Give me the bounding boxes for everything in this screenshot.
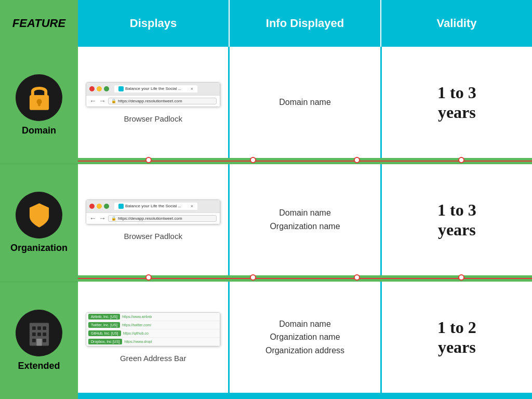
- building-icon: [25, 318, 54, 347]
- org-validity-text: 1 to 3years: [437, 200, 476, 240]
- ev-url-0: https://www.airbnb: [122, 315, 152, 318]
- extended-icon-circle: [16, 310, 62, 356]
- org-info-cell: Domain name Organization name: [230, 164, 381, 275]
- browser-titlebar-1: Balance your Life the Social ... ×: [86, 83, 220, 95]
- browser-addressbar-1: ← → 🔒 https://devapp.resolutiontweet.com: [86, 95, 220, 107]
- bottom-bar: [78, 393, 532, 399]
- yellow-dot-2: [97, 204, 102, 209]
- ev-url-1: https://twitter.com/: [122, 323, 151, 327]
- ev-greenbar-1: Twitter, Inc. [US]: [88, 322, 120, 328]
- domain-validity-cell: 1 to 3years: [382, 47, 532, 158]
- sidebar-item-domain: Domain: [0, 47, 78, 164]
- extended-label: Extended: [18, 361, 60, 371]
- divider-circles-2: [78, 277, 532, 281]
- red-dot: [89, 86, 95, 91]
- browser-tab-1: Balance your Life the Social ... ×: [114, 85, 197, 92]
- validity-header: Validity: [381, 0, 532, 47]
- sidebar: Domain Organization: [0, 47, 78, 399]
- extended-display-caption: Green Address Bar: [120, 354, 187, 363]
- padlock-icon: [25, 84, 54, 112]
- browser-tab-2: Balance your Life the Social ... ×: [114, 203, 197, 210]
- ev-greenbar-3: Dropbox, Inc [US]: [88, 339, 122, 344]
- ev-url-2: https://github.co: [123, 331, 149, 335]
- svg-rect-7: [32, 332, 35, 336]
- divider-circle-1b: [250, 157, 256, 163]
- sidebar-item-extended: Extended: [0, 282, 78, 399]
- ev-url-3: https://www.dropl: [124, 340, 152, 343]
- divider-circles-1: [78, 159, 532, 163]
- ev-browser-mockup: Airbnb, Inc. [US] https://www.airbnb Twi…: [86, 312, 220, 347]
- domain-browser-mockup: Balance your Life the Social ... × ← → 🔒…: [86, 82, 220, 107]
- org-display-caption: Browser Padlock: [124, 232, 182, 241]
- domain-label: Domain: [22, 125, 56, 136]
- domain-icon-circle: [16, 74, 62, 121]
- displays-header: Displays: [78, 0, 230, 47]
- organization-row: Balance your Life the Social ... × ← → 🔒…: [78, 164, 532, 275]
- org-browser-mockup: Balance your Life the Social ... × ← → 🔒…: [86, 200, 220, 224]
- browser-titlebar-2: Balance your Life the Social ... ×: [86, 200, 220, 212]
- sidebar-item-organization: Organization: [0, 164, 78, 282]
- divider-2: [78, 275, 532, 282]
- svg-rect-2: [37, 101, 40, 105]
- ev-row-3: Dropbox, Inc [US] https://www.dropl: [86, 338, 220, 346]
- browser-addressbar-2: ← → 🔒 https://devapp.resolutiontweet.com: [86, 212, 220, 224]
- organization-icon-circle: [16, 192, 62, 238]
- header-row: FEATURE Displays Info Displayed Validity: [0, 0, 532, 47]
- lock-icon-1: 🔒: [111, 99, 116, 103]
- info-displayed-header: Info Displayed: [230, 0, 381, 47]
- divider-circle-2d: [458, 274, 464, 281]
- ev-greenbar-0: Airbnb, Inc. [US]: [88, 314, 120, 320]
- svg-rect-11: [43, 339, 46, 342]
- divider-circle-2c: [354, 274, 360, 281]
- organization-label: Organization: [10, 243, 68, 254]
- org-displays-cell: Balance your Life the Social ... × ← → 🔒…: [78, 164, 230, 275]
- tab-text-1: Balance your Life the Social ...: [125, 86, 181, 91]
- domain-info-cell: Domain name: [230, 47, 381, 158]
- divider-circle-1d: [458, 157, 464, 163]
- shield-icon: [25, 201, 54, 230]
- red-dot-2: [89, 204, 95, 209]
- extended-displays-cell: Airbnb, Inc. [US] https://www.airbnb Twi…: [78, 282, 230, 393]
- header-cols: Displays Info Displayed Validity: [78, 0, 532, 47]
- extended-info-cell: Domain name Organization name Organizati…: [230, 282, 381, 393]
- domain-display-caption: Browser Padlock: [124, 114, 182, 123]
- tab-icon-1: [118, 86, 124, 91]
- svg-rect-10: [32, 339, 35, 342]
- divider-circle-2b: [250, 274, 256, 281]
- lock-icon-2: 🔒: [111, 216, 116, 221]
- extended-info-text: Domain name Organization name Organizati…: [265, 317, 344, 357]
- domain-info-text: Domain name: [279, 96, 331, 109]
- green-dot-btn: [104, 86, 109, 91]
- org-validity-cell: 1 to 3years: [382, 164, 532, 275]
- divider-circle-1c: [354, 157, 360, 163]
- tab-text-2: Balance your Life the Social ...: [125, 204, 181, 208]
- svg-rect-6: [43, 327, 46, 330]
- ev-row-0: Airbnb, Inc. [US] https://www.airbnb: [86, 313, 220, 321]
- ev-row-2: GitHub, Inc. [US] https://github.co: [86, 329, 220, 338]
- tab-icon-2: [118, 204, 124, 209]
- divider-circle-2a: [145, 274, 152, 281]
- org-info-text: Domain name Organization name: [270, 206, 340, 233]
- extended-row: Airbnb, Inc. [US] https://www.airbnb Twi…: [78, 282, 532, 393]
- green-dot-btn-2: [104, 204, 109, 209]
- extended-validity-cell: 1 to 2years: [382, 282, 532, 393]
- svg-rect-4: [32, 327, 35, 330]
- divider-circle-1a: [145, 157, 152, 163]
- divider-1: [78, 158, 532, 164]
- domain-validity-text: 1 to 3years: [437, 83, 476, 123]
- main-container: FEATURE Displays Info Displayed Validity: [0, 0, 532, 399]
- svg-rect-5: [37, 327, 41, 330]
- content-area: Domain Organization: [0, 47, 532, 399]
- extended-validity-text: 1 to 2years: [437, 317, 476, 357]
- feature-header-cell: FEATURE: [0, 0, 78, 47]
- browser-address-2: 🔒 https://devapp.resolutiontweet.com: [108, 215, 217, 222]
- domain-row: Balance your Life the Social ... × ← → 🔒…: [78, 47, 532, 158]
- svg-rect-12: [36, 339, 42, 346]
- yellow-dot: [97, 86, 102, 91]
- svg-rect-9: [43, 332, 46, 336]
- grid-area: Balance your Life the Social ... × ← → 🔒…: [78, 47, 532, 399]
- domain-displays-cell: Balance your Life the Social ... × ← → 🔒…: [78, 47, 230, 158]
- feature-label: FEATURE: [12, 17, 65, 30]
- ev-row-1: Twitter, Inc. [US] https://twitter.com/: [86, 321, 220, 329]
- ev-greenbar-2: GitHub, Inc. [US]: [88, 330, 121, 336]
